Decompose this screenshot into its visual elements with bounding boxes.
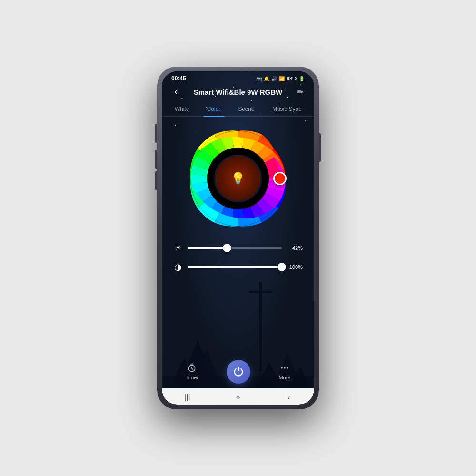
edit-button[interactable]: ✏ [293,88,307,97]
tab-color[interactable]: Color [203,104,225,114]
svg-point-36 [281,367,282,368]
brightness-value: 42% [287,245,303,251]
status-time: 09:45 [171,75,186,82]
color-wheel-center[interactable]: 💡 [214,155,262,202]
saturation-fill [188,266,282,268]
tab-bar: White Color Scene Music Sync [162,102,314,117]
saturation-track[interactable] [188,266,282,268]
battery-status-icon: 🔋 [299,76,305,81]
svg-point-38 [287,367,288,368]
signal-status-icon: 📶 [279,76,285,81]
tab-white[interactable]: White [171,104,193,114]
camera-status-icon: 📷 [256,76,262,81]
saturation-thumb[interactable] [278,263,286,271]
alarm-status-icon: 🔔 [264,76,269,81]
back-nav-button[interactable]: ‹ [279,393,298,402]
brightness-icon: ☀ [173,243,183,252]
tab-scene[interactable]: Scene [235,104,258,114]
svg-point-37 [284,367,285,368]
header: ‹ Smart Wifi&Ble 9W RGBW ✏ [162,84,314,102]
brightness-track[interactable] [188,247,282,249]
home-button[interactable]: ○ [228,393,248,402]
sliders-area: ☀ 42% ◑ 100% [173,243,303,282]
phone-device: 09:45 📷 🔔 🔊 📶 98% 🔋 ‹ Smart Wifi&Ble 9W … [157,67,319,409]
saturation-slider-row: ◑ 100% [173,262,303,272]
tab-music-sync[interactable]: Music Sync [268,104,305,114]
more-action[interactable]: More [278,363,290,380]
color-wheel-container[interactable]: 💡 [186,126,290,231]
content-area: 💡 ☀ 42% ◑ [162,117,314,356]
more-label: More [278,375,290,380]
bottom-action-bar: Timer More [162,356,314,388]
power-button[interactable] [227,360,250,384]
power-icon [233,367,244,377]
back-button[interactable]: ‹ [169,86,183,98]
brightness-fill [188,247,227,249]
timer-action[interactable]: Timer [186,363,199,380]
recents-button[interactable]: ||| [178,393,197,402]
timer-label: Timer [186,375,199,380]
saturation-icon: ◑ [173,262,183,272]
page-title: Smart Wifi&Ble 9W RGBW [183,88,293,96]
more-icon [280,363,289,373]
timer-icon [187,363,197,373]
brightness-thumb[interactable] [223,244,231,252]
status-bar: 09:45 📷 🔔 🔊 📶 98% 🔋 [162,71,314,84]
saturation-value: 100% [287,264,303,270]
bulb-icon: 💡 [231,172,245,185]
color-selector-handle[interactable] [273,172,287,185]
battery-status-text: 98% [287,76,297,81]
brightness-slider-row: ☀ 42% [173,243,303,252]
android-nav-bar: ||| ○ ‹ [162,388,314,405]
sound-status-icon: 🔊 [271,76,277,81]
phone-screen: 09:45 📷 🔔 🔊 📶 98% 🔋 ‹ Smart Wifi&Ble 9W … [162,71,314,405]
status-icons: 📷 🔔 🔊 📶 98% 🔋 [256,76,305,81]
